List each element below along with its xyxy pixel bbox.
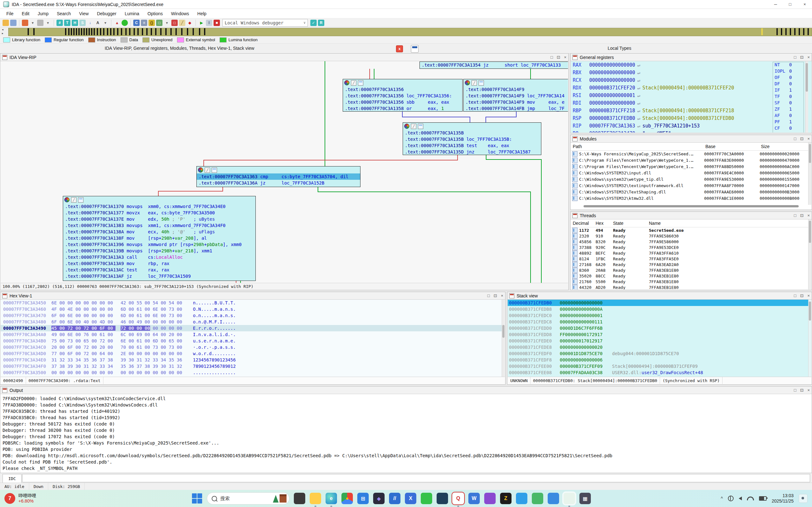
tracing-icon[interactable]: □ bbox=[156, 20, 162, 26]
hex-row[interactable]: 00007FF70C3A34604F 00 4E 00 00 00 00 006… bbox=[1, 306, 505, 312]
follow-arrow-icon[interactable]: ↵ bbox=[638, 62, 640, 68]
functions-window-icon[interactable]: # bbox=[56, 20, 63, 26]
flag-row[interactable]: PF1 bbox=[773, 119, 803, 125]
thread-row[interactable]: 44320AD20Ready7FFA83EB1E80 bbox=[571, 284, 811, 289]
follow-arrow-icon[interactable]: ↵ bbox=[638, 123, 640, 129]
column-header[interactable]: Path bbox=[571, 144, 705, 149]
stack-row[interactable]: 000000B371CFEDF0000001D1D875CE70debug044… bbox=[508, 350, 811, 357]
follow-arrow-icon[interactable]: ↵ bbox=[638, 115, 640, 121]
hex-row[interactable]: 00007FF70C3A34C020 00 6F 00 72 00 20 007… bbox=[1, 344, 505, 350]
debugger-options-icon[interactable]: ✓ bbox=[310, 20, 317, 26]
flag-row[interactable]: OF0 bbox=[773, 75, 803, 81]
stack-row[interactable]: 000000B371CFEDB8000000000000000A bbox=[508, 306, 811, 312]
graph-block[interactable]: .text:00007FF70C3A1354 jz short loc_7FF7… bbox=[419, 61, 568, 69]
calculator-app-icon[interactable]: ▦ bbox=[579, 493, 591, 504]
follow-arrow-icon[interactable]: ↵ bbox=[638, 108, 640, 114]
start-process-icon[interactable]: ▶ bbox=[198, 20, 205, 26]
close-button[interactable]: × bbox=[797, 0, 812, 9]
disasm-line[interactable]: .text:00007FF70C3A1383 movups xmm1, cs:x… bbox=[63, 222, 255, 229]
jump-dropdown-icon[interactable]: ▾ bbox=[30, 20, 36, 26]
tracing-dropdown-icon[interactable]: ▾ bbox=[164, 20, 170, 26]
column-header[interactable]: Name bbox=[649, 221, 712, 226]
hex-window-icon[interactable]: H bbox=[72, 20, 78, 26]
disasm-line[interactable]: .text:00007FF70C3A1363 cmp cs:byte_7FF70… bbox=[197, 173, 360, 180]
node-group-icon[interactable] bbox=[358, 80, 363, 86]
graph-block[interactable]: ╱.text:00007FF70C3A1370 movups xmm0, cs:… bbox=[63, 196, 256, 281]
module-row[interactable]: C:\Program Files\Tencent\WeType\WetypeCo… bbox=[571, 157, 811, 163]
column-header[interactable]: Base bbox=[705, 144, 761, 149]
maximize-button[interactable]: □ bbox=[783, 0, 797, 9]
stock-widget[interactable]: 7 哔哩哔哩 +6.80% bbox=[0, 493, 87, 504]
disasm-line[interactable]: .text:00007FF70C3A135B bbox=[403, 130, 541, 136]
stack-row[interactable]: 000000B371CFEDE00000000017012917 bbox=[508, 338, 811, 344]
disasm-line[interactable]: .text:00007FF70C3A13A9 mov rbp, rax bbox=[63, 260, 255, 267]
flag-row[interactable]: AF0 bbox=[773, 113, 803, 119]
panel-maximize-icon[interactable]: □ bbox=[794, 388, 797, 393]
thread-row[interactable]: 836020A8Ready7FFA83EB1E80 bbox=[571, 267, 811, 273]
node-group-icon[interactable] bbox=[418, 124, 423, 129]
menu-debugger[interactable]: Debugger bbox=[93, 10, 120, 17]
idc-input[interactable] bbox=[22, 474, 810, 482]
modules-hscrollbar[interactable] bbox=[583, 205, 799, 207]
panel-maximize-icon[interactable]: □ bbox=[794, 55, 797, 60]
panel-close-icon[interactable]: × bbox=[807, 213, 810, 218]
hex-row[interactable]: 00007FF70C3A34A049 00 6E 00 76 00 61 006… bbox=[1, 331, 505, 338]
thread-row[interactable]: 3502088CCReady7FFA83EB1E80 bbox=[571, 273, 811, 279]
node-edit-icon[interactable]: ╱ bbox=[71, 197, 77, 203]
node-edit-icon[interactable]: ╱ bbox=[471, 80, 477, 86]
hex-dump[interactable]: 00007FF70C3A34506E 00 00 00 00 00 00 004… bbox=[1, 300, 505, 377]
node-group-icon[interactable] bbox=[478, 80, 484, 86]
panel-close-icon[interactable]: × bbox=[807, 293, 810, 298]
panel-float-icon[interactable]: ⊡ bbox=[800, 213, 804, 218]
navband-track[interactable] bbox=[8, 28, 812, 36]
stack-row[interactable]: 000000B371CFEDF80000000000000006 bbox=[508, 357, 811, 363]
output-log[interactable]: 7FFAD2FD0000: loaded C:\Windows\system32… bbox=[1, 394, 811, 472]
disasm-line[interactable]: .text:00007FF70C3A135B loc_7FF70C3A135B: bbox=[403, 136, 541, 143]
refresh-memory-icon[interactable]: R bbox=[318, 20, 324, 26]
disasm-line[interactable]: .text:00007FF70C3A14F9 bbox=[464, 86, 568, 93]
stack-list[interactable]: 000000B371CFEDB00000000000000000000000B3… bbox=[508, 300, 811, 377]
thread-row[interactable]: 81241FBCReady7FFA83FFA5E0 bbox=[571, 256, 811, 262]
node-color-icon[interactable] bbox=[198, 167, 203, 172]
column-header[interactable]: Hex bbox=[596, 221, 613, 226]
cloud-drive-icon[interactable] bbox=[548, 493, 559, 504]
dev-app-icon[interactable]: // bbox=[389, 493, 400, 504]
module-row[interactable]: S:\X-Ways Forensics\MeiyaCup_2025\Secret… bbox=[571, 151, 811, 157]
vscode-icon[interactable] bbox=[516, 493, 527, 504]
local-types-tab[interactable]: Local Types bbox=[608, 46, 631, 51]
menu-lumina[interactable]: Lumina bbox=[121, 10, 143, 17]
disasm-line[interactable]: .text:00007FF70C3A138A mov ecx, 40h ; '@… bbox=[63, 229, 255, 235]
node-color-icon[interactable] bbox=[404, 124, 409, 129]
disasm-line[interactable]: .text:00007FF70C3A14F9 mov eax, e bbox=[464, 99, 568, 105]
desktop-tab-label[interactable]: IDA View-RIP, General registers, Modules… bbox=[105, 46, 254, 51]
menu-windows[interactable]: Windows bbox=[167, 10, 193, 17]
names-icon[interactable]: A bbox=[95, 20, 101, 26]
modules-table[interactable]: PathBaseSize S:\X-Ways Forensics\MeiyaCu… bbox=[571, 143, 811, 209]
menu-file[interactable]: File bbox=[3, 10, 17, 17]
threads-scrollbar[interactable] bbox=[808, 219, 811, 289]
hex-scrollbar[interactable] bbox=[502, 300, 505, 377]
watches-icon[interactable]: {} bbox=[149, 20, 155, 26]
panel-close-icon[interactable]: × bbox=[564, 55, 566, 60]
microsoft-store-icon[interactable]: ⊞ bbox=[357, 493, 369, 504]
stack-row[interactable]: 000000B371CFEDC80000000000000111 bbox=[508, 319, 811, 325]
follow-arrow-icon[interactable]: ↵ bbox=[638, 100, 640, 106]
stack-row[interactable]: 000000B371CFEE00000000B371CFEF09Stack[00… bbox=[508, 363, 811, 370]
stack-scrollbar[interactable] bbox=[808, 300, 811, 377]
flag-row[interactable]: IF1 bbox=[773, 88, 803, 94]
thread-row[interactable]: 217605500Ready7FFA83EB1E80 bbox=[571, 279, 811, 284]
disasm-line[interactable]: .text:00007FF70C3A1356 bbox=[343, 86, 462, 93]
idc-tab[interactable]: IDC bbox=[3, 474, 21, 483]
open-file-icon[interactable] bbox=[3, 20, 9, 26]
panel-close-icon[interactable]: × bbox=[807, 136, 810, 141]
ida-icon[interactable] bbox=[564, 493, 575, 504]
thread-row[interactable]: 2320910Ready7FFA9E586030 bbox=[571, 233, 811, 239]
tray-wifi-icon[interactable] bbox=[747, 497, 754, 500]
media-app-icon[interactable] bbox=[437, 493, 448, 504]
graph-canvas[interactable]: .text:00007FF70C3A1354 jz short loc_7FF7… bbox=[1, 61, 568, 283]
hex-row[interactable]: 00007FF70C3A34806F 00 6E 00 40 00 4D 004… bbox=[1, 319, 505, 325]
panel-float-icon[interactable]: ⊡ bbox=[557, 55, 560, 60]
disasm-line[interactable]: .text:00007FF70C3A138F mov [rsp+298h+var… bbox=[63, 235, 255, 241]
disasm-line[interactable]: .text:00007FF70C3A14F9 loc_7FF70C3A14 bbox=[464, 93, 568, 99]
disasm-line[interactable]: .text:00007FF70C3A13AF jz loc_7FF70C3A15… bbox=[63, 273, 255, 279]
